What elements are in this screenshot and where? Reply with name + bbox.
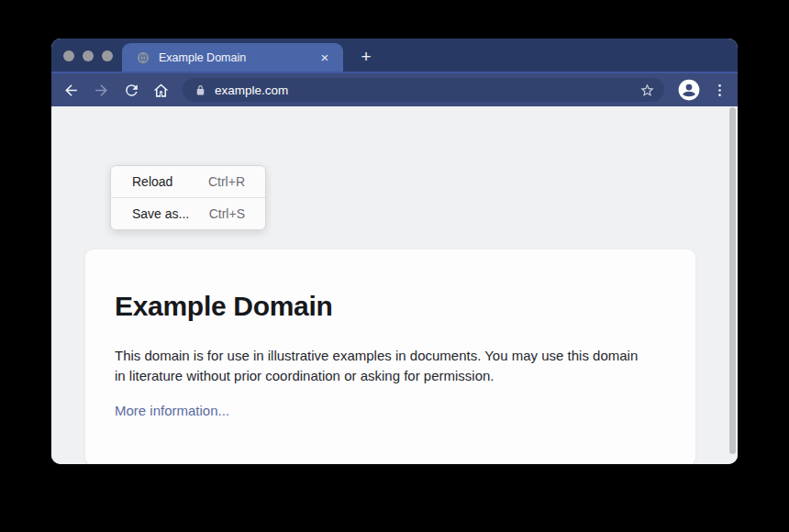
star-icon[interactable] (639, 83, 655, 98)
page-viewport: Example Domain This domain is for use in… (51, 106, 738, 464)
profile-icon[interactable] (677, 78, 701, 102)
globe-icon (137, 51, 150, 64)
scrollbar-thumb[interactable] (729, 107, 736, 454)
context-menu-item-reload[interactable]: Reload Ctrl+R (111, 166, 265, 197)
menu-item-shortcut: Ctrl+R (208, 174, 245, 189)
home-button[interactable] (150, 79, 172, 101)
navigation-toolbar: example.com (51, 72, 738, 106)
titlebar: Example Domain × + (51, 39, 738, 72)
menu-item-label: Reload (132, 174, 172, 189)
lock-icon (194, 84, 206, 96)
menu-item-label: Save as... (132, 206, 189, 221)
new-tab-button[interactable]: + (354, 46, 378, 70)
context-menu: Reload Ctrl+R Save as... Ctrl+S (110, 165, 266, 230)
reload-icon (123, 82, 140, 99)
content-card: Example Domain This domain is for use in… (85, 249, 695, 464)
kebab-menu-icon[interactable] (708, 79, 730, 101)
forward-arrow-icon (93, 82, 110, 99)
back-arrow-icon (62, 82, 80, 99)
page-paragraph: This domain is for use in illustrative e… (115, 346, 652, 385)
page-title: Example Domain (115, 290, 666, 323)
browser-window: Example Domain × + (51, 39, 738, 464)
back-button[interactable] (60, 79, 82, 101)
browser-tab[interactable]: Example Domain × (122, 43, 343, 72)
scrollbar-track[interactable] (728, 107, 737, 463)
more-information-link[interactable]: More information... (115, 403, 229, 418)
traffic-light-maximize[interactable] (102, 50, 113, 61)
traffic-light-minimize[interactable] (83, 50, 94, 61)
address-bar[interactable]: example.com (183, 78, 664, 102)
context-menu-item-save-as[interactable]: Save as... Ctrl+S (111, 198, 265, 229)
tab-close-icon[interactable]: × (317, 50, 332, 65)
window-controls (63, 50, 113, 61)
menu-item-shortcut: Ctrl+S (209, 206, 245, 221)
home-icon (152, 82, 170, 99)
forward-button[interactable] (90, 79, 112, 101)
url-text: example.com (215, 83, 639, 97)
traffic-light-close[interactable] (63, 50, 74, 61)
reload-button[interactable] (120, 79, 142, 101)
tab-title: Example Domain (159, 51, 317, 64)
